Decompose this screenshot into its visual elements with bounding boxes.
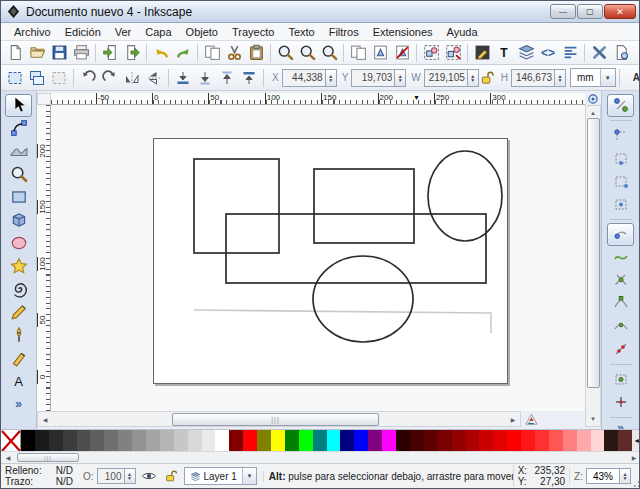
- document-properties-button[interactable]: [610, 42, 632, 63]
- vertical-ruler[interactable]: 200150100500: [37, 105, 51, 411]
- duplicate-button[interactable]: [347, 42, 369, 63]
- import-button[interactable]: [99, 42, 121, 63]
- color-swatch[interactable]: [257, 430, 271, 451]
- star-tool-button[interactable]: [5, 255, 32, 278]
- color-swatch[interactable]: [466, 430, 480, 451]
- snap-cusp-nodes-button[interactable]: [607, 292, 634, 315]
- layers-dialog-button[interactable]: [515, 42, 537, 63]
- deselect-button[interactable]: [48, 67, 70, 88]
- zoom-selection-button[interactable]: [274, 42, 296, 63]
- color-swatch[interactable]: [243, 430, 257, 451]
- color-swatch[interactable]: [604, 430, 618, 451]
- height-spinner[interactable]: ▲▼: [555, 69, 566, 87]
- zoom-spinner[interactable]: ▲▼: [620, 468, 631, 484]
- menu-ayuda[interactable]: Ayuda: [440, 25, 485, 39]
- color-swatch[interactable]: [188, 430, 202, 451]
- palette-nav-arrow[interactable]: ◄: [632, 430, 640, 451]
- selector-tool-button[interactable]: [5, 94, 32, 117]
- menu-extensiones[interactable]: Extensiones: [366, 25, 440, 39]
- opacity-spinner[interactable]: ▲▼: [125, 468, 136, 484]
- color-swatch[interactable]: [396, 430, 410, 451]
- group-button[interactable]: [420, 42, 442, 63]
- vertical-scroll-thumb[interactable]: [587, 118, 600, 388]
- color-swatch[interactable]: [35, 430, 49, 451]
- export-button[interactable]: [121, 42, 143, 63]
- horizontal-scrollbar[interactable]: ◀ ||| ▶: [37, 411, 521, 427]
- snap-enable-button[interactable]: [607, 94, 634, 117]
- color-swatch[interactable]: [382, 430, 396, 451]
- snap-smooth-nodes-button[interactable]: [607, 315, 634, 338]
- x-spinner[interactable]: ▲▼: [326, 69, 337, 87]
- box3d-tool-button[interactable]: [5, 209, 32, 232]
- menu-filtros[interactable]: Filtros: [322, 25, 366, 39]
- layer-visibility-eye-icon[interactable]: [140, 467, 158, 485]
- y-spinner[interactable]: ▲▼: [395, 69, 406, 87]
- menu-archivo[interactable]: Archivo: [7, 25, 58, 39]
- snap-line-midpoints-button[interactable]: [607, 338, 634, 361]
- color-swatch[interactable]: [618, 430, 632, 451]
- menu-capa[interactable]: Capa: [138, 25, 178, 39]
- color-swatch[interactable]: [340, 430, 354, 451]
- create-clone-button[interactable]: [369, 42, 391, 63]
- snap-path-intersections-button[interactable]: [607, 269, 634, 292]
- drawing-canvas[interactable]: [51, 105, 585, 411]
- vertical-scrollbar[interactable]: ▲ ▼: [585, 105, 601, 427]
- snap-bbox-button[interactable]: [607, 124, 634, 147]
- rotate-cw-button[interactable]: [99, 67, 121, 88]
- color-swatch[interactable]: [563, 430, 577, 451]
- color-swatch[interactable]: [77, 430, 91, 451]
- color-swatch[interactable]: [271, 430, 285, 451]
- ellipse-tool-button[interactable]: [5, 232, 32, 255]
- snap-paths-button[interactable]: [607, 246, 634, 269]
- palette-scrollbar[interactable]: ◀ ||| ▶: [1, 451, 640, 463]
- snap-object-centers-button[interactable]: [607, 368, 634, 391]
- width-spinner[interactable]: ▲▼: [468, 69, 479, 87]
- snap-nodes-button[interactable]: [607, 223, 634, 246]
- ellipse-shape[interactable]: [313, 256, 413, 342]
- copy-button[interactable]: [201, 42, 223, 63]
- paste-button[interactable]: [245, 42, 267, 63]
- snap-bbox-corners-button[interactable]: [607, 170, 634, 193]
- color-swatch[interactable]: [354, 430, 368, 451]
- new-document-button[interactable]: [4, 42, 26, 63]
- color-swatch[interactable]: [215, 430, 229, 451]
- minimize-button[interactable]: —: [550, 4, 576, 19]
- xml-editor-button[interactable]: <>: [537, 42, 559, 63]
- menu-edicion[interactable]: Edición: [58, 25, 108, 39]
- flip-horizontal-button[interactable]: [121, 67, 143, 88]
- color-swatch[interactable]: [327, 430, 341, 451]
- scroll-right-icon[interactable]: ▶: [506, 412, 520, 426]
- color-management-button[interactable]: [524, 412, 540, 427]
- color-swatch[interactable]: [479, 430, 493, 451]
- preferences-button[interactable]: [588, 42, 610, 63]
- height-input[interactable]: [511, 69, 555, 87]
- menu-objeto[interactable]: Objeto: [179, 25, 225, 39]
- color-swatch[interactable]: [424, 430, 438, 451]
- lock-ratio-button[interactable]: [479, 67, 496, 88]
- color-swatch[interactable]: [313, 430, 327, 451]
- pen-tool-button[interactable]: [5, 324, 32, 347]
- color-swatch[interactable]: [132, 430, 146, 451]
- fill-stroke-indicator[interactable]: Relleno: N/D Trazo: N/D: [1, 465, 77, 487]
- lower-button[interactable]: [194, 67, 216, 88]
- zoom-input[interactable]: [586, 468, 620, 484]
- color-swatch[interactable]: [535, 430, 549, 451]
- undo-button[interactable]: [150, 42, 172, 63]
- raise-button[interactable]: [216, 67, 238, 88]
- tweak-tool-button[interactable]: [5, 140, 32, 163]
- text-dialog-button[interactable]: T: [493, 42, 515, 63]
- node-tool-button[interactable]: [5, 117, 32, 140]
- raise-to-top-button[interactable]: [238, 67, 260, 88]
- color-swatch[interactable]: [63, 430, 77, 451]
- scroll-down-icon[interactable]: ▼: [586, 412, 600, 426]
- pencil-tool-button[interactable]: [5, 301, 32, 324]
- opacity-input[interactable]: [97, 468, 125, 484]
- cut-button[interactable]: [223, 42, 245, 63]
- menu-trayecto[interactable]: Trayecto: [225, 25, 281, 39]
- align-dialog-button[interactable]: [559, 42, 581, 63]
- spiral-tool-button[interactable]: [5, 278, 32, 301]
- horizontal-ruler[interactable]: -50050100150200250300▼: [51, 93, 585, 105]
- ungroup-button[interactable]: [442, 42, 464, 63]
- flip-vertical-button[interactable]: [143, 67, 165, 88]
- color-swatch[interactable]: [577, 430, 591, 451]
